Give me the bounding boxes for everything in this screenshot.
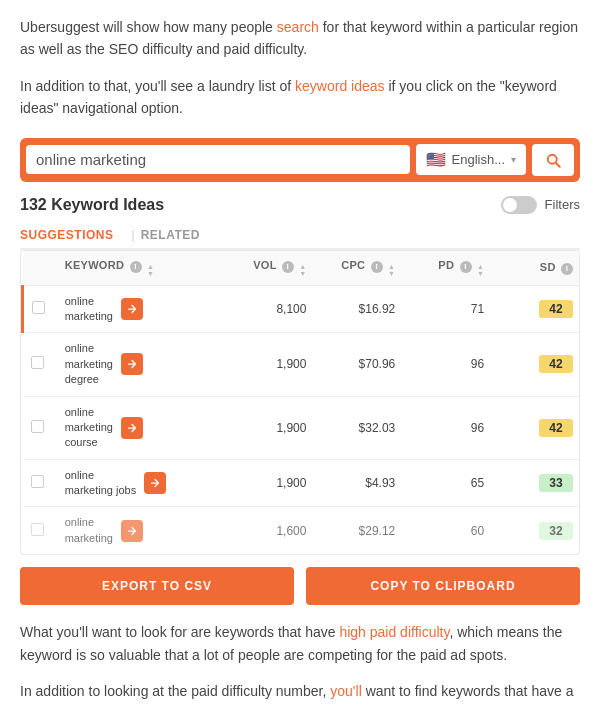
keyword-table-container: KEYWORD i ▲ ▼ VOL i ▲ ▼	[20, 250, 580, 556]
tabs-bar: SUGGESTIONS | RELATED	[20, 222, 580, 250]
table-row: onlinemarketingdegree 1,900 $70.96 96 42	[23, 333, 580, 396]
pd-sort-arrows[interactable]: ▲ ▼	[477, 263, 484, 277]
cpc-value: $32.03	[312, 396, 401, 459]
sd-badge: 32	[539, 522, 573, 540]
intro-highlight-keyword-ideas: keyword ideas	[295, 78, 385, 94]
vol-value: 1,900	[224, 333, 313, 396]
pd-value: 65	[401, 459, 490, 507]
row-checkbox[interactable]	[23, 507, 59, 554]
keyword-cell: onlinemarketing	[59, 507, 224, 554]
keyword-cell: onlinemarketing jobs	[59, 459, 224, 507]
keyword-link-button[interactable]	[144, 472, 166, 494]
filters-label: Filters	[545, 197, 580, 212]
page-content: Ubersuggest will show how many people se…	[0, 0, 600, 706]
col-keyword: KEYWORD i ▲ ▼	[59, 251, 224, 286]
search-icon	[544, 151, 562, 169]
cpc-info-icon: i	[371, 261, 383, 273]
arrow-right-icon	[126, 525, 138, 537]
checkbox-icon	[31, 523, 44, 536]
pd-value: 71	[401, 285, 490, 333]
cpc-value: $16.92	[312, 285, 401, 333]
keyword-cell: onlinemarketingdegree	[59, 333, 224, 396]
tab-related[interactable]: RELATED	[141, 222, 212, 248]
search-button[interactable]	[532, 144, 574, 176]
pd-value: 60	[401, 507, 490, 554]
keyword-link-button[interactable]	[121, 298, 143, 320]
sd-value: 42	[490, 396, 579, 459]
vol-sort-arrows[interactable]: ▲ ▼	[299, 263, 306, 277]
vol-info-icon: i	[282, 261, 294, 273]
vol-value: 1,600	[224, 507, 313, 554]
sd-value: 33	[490, 459, 579, 507]
table-row: onlinemarketingcourse 1,900 $32.03 96 42	[23, 396, 580, 459]
sd-badge: 42	[539, 419, 573, 437]
table-header-row: KEYWORD i ▲ ▼ VOL i ▲ ▼	[23, 251, 580, 286]
checkbox-icon	[31, 420, 44, 433]
results-header: 132 Keyword Ideas Filters	[20, 196, 580, 214]
row-checkbox[interactable]	[23, 333, 59, 396]
row-checkbox[interactable]	[23, 396, 59, 459]
vol-value: 1,900	[224, 459, 313, 507]
table-row: onlinemarketing jobs 1,900 $4.93 65 33	[23, 459, 580, 507]
language-label: English...	[452, 152, 505, 167]
keyword-text: onlinemarketingcourse	[65, 405, 113, 451]
sd-badge: 33	[539, 474, 573, 492]
copy-clipboard-button[interactable]: COPY TO CLIPBOARD	[306, 567, 580, 605]
us-flag-icon: 🇺🇸	[426, 150, 446, 169]
col-pd: PD i ▲ ▼	[401, 251, 490, 286]
tab-suggestions[interactable]: SUGGESTIONS	[20, 222, 126, 248]
sd-badge: 42	[539, 300, 573, 318]
table-row: onlinemarketing 8,100 $16.92 71 42	[23, 285, 580, 333]
keyword-link-button[interactable]	[121, 353, 143, 375]
search-bar: 🇺🇸 English... ▾	[20, 138, 580, 182]
action-buttons-row: EXPORT TO CSV COPY TO CLIPBOARD	[20, 567, 580, 605]
cpc-value: $4.93	[312, 459, 401, 507]
pd-value: 96	[401, 396, 490, 459]
language-selector[interactable]: 🇺🇸 English... ▾	[416, 144, 526, 175]
col-vol: VOL i ▲ ▼	[224, 251, 313, 286]
outro-paragraph-2: In addition to looking at the paid diffi…	[20, 680, 580, 706]
vol-value: 1,900	[224, 396, 313, 459]
outro-highlight-1: high paid difficulty	[339, 624, 449, 640]
keyword-cell: onlinemarketingcourse	[59, 396, 224, 459]
sd-value: 42	[490, 285, 579, 333]
filters-area: Filters	[501, 196, 580, 214]
checkbox-icon	[31, 475, 44, 488]
keyword-table: KEYWORD i ▲ ▼ VOL i ▲ ▼	[21, 251, 579, 555]
intro-paragraph-2: In addition to that, you'll see a laundr…	[20, 75, 580, 120]
keyword-text: onlinemarketing	[65, 294, 113, 325]
outro-highlight-2: you'll	[330, 683, 361, 699]
arrow-right-icon	[126, 358, 138, 370]
sd-value: 42	[490, 333, 579, 396]
export-csv-button[interactable]: EXPORT TO CSV	[20, 567, 294, 605]
keyword-link-button[interactable]	[121, 417, 143, 439]
col-sd: SD i	[490, 251, 579, 286]
table-row: onlinemarketing 1,600 $29.12 60 32	[23, 507, 580, 554]
sd-info-icon: i	[561, 263, 573, 275]
checkbox-icon	[32, 301, 45, 314]
toggle-switch[interactable]	[501, 196, 537, 214]
keyword-cell: onlinemarketing	[59, 285, 224, 333]
arrow-right-icon	[149, 477, 161, 489]
keyword-link-button[interactable]	[121, 520, 143, 542]
sd-value: 32	[490, 507, 579, 554]
keyword-text: onlinemarketing jobs	[65, 468, 137, 499]
keyword-text: onlinemarketing	[65, 515, 113, 546]
chevron-down-icon: ▾	[511, 154, 516, 165]
row-checkbox[interactable]	[23, 285, 59, 333]
checkbox-icon	[31, 356, 44, 369]
cpc-value: $70.96	[312, 333, 401, 396]
cpc-value: $29.12	[312, 507, 401, 554]
arrow-right-icon	[126, 422, 138, 434]
col-check	[23, 251, 59, 286]
cpc-sort-arrows[interactable]: ▲ ▼	[388, 263, 395, 277]
search-input[interactable]	[26, 145, 410, 174]
pd-value: 96	[401, 333, 490, 396]
pd-info-icon: i	[460, 261, 472, 273]
vol-value: 8,100	[224, 285, 313, 333]
row-checkbox[interactable]	[23, 459, 59, 507]
intro-highlight-search: search	[277, 19, 319, 35]
keyword-sort-arrows[interactable]: ▲ ▼	[147, 263, 154, 277]
col-cpc: CPC i ▲ ▼	[312, 251, 401, 286]
intro-paragraph-1: Ubersuggest will show how many people se…	[20, 16, 580, 61]
